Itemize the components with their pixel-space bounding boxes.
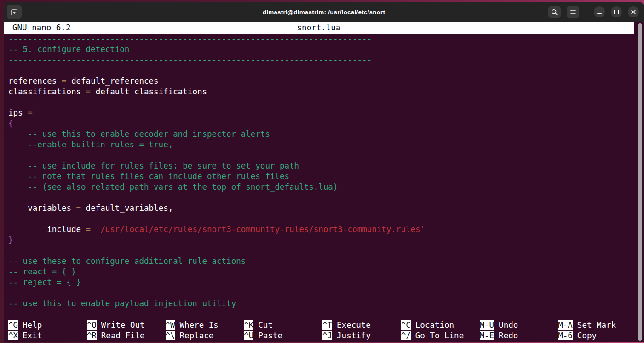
editor-line xyxy=(8,65,630,76)
shortcut-key: ^J xyxy=(322,331,332,340)
editor-line: include = '/usr/local/etc/rules/snort3-c… xyxy=(8,224,630,235)
shortcut-replace[interactable]: ^\Replace xyxy=(166,331,244,341)
shortcut-key: ^\ xyxy=(166,331,175,340)
shortcut-key: ^G xyxy=(8,320,18,330)
shortcut-location[interactable]: ^CLocation xyxy=(401,320,480,331)
shortcut-label: Copy xyxy=(577,331,597,340)
shortcut-label: Redo xyxy=(499,331,518,340)
desktop-background: dimastri@dimastrim: /usr/local/etc/snort xyxy=(0,0,644,343)
shortcut-key: ^U xyxy=(244,331,253,340)
shortcut-label: Cut xyxy=(258,320,273,330)
editor-line: --enable_builtin_rules = true, xyxy=(8,140,630,150)
editor-line xyxy=(8,192,630,203)
editor-line: ----------------------------------------… xyxy=(8,55,630,65)
menu-button[interactable] xyxy=(567,6,579,18)
search-button[interactable] xyxy=(548,6,561,18)
editor-line: variables = default_variables, xyxy=(8,203,630,214)
editor-line xyxy=(8,288,630,298)
editor-line: references = default_references xyxy=(8,76,630,87)
editor-line xyxy=(8,150,630,161)
shortcut-key: ^O xyxy=(87,320,97,330)
shortcut-key: ^X xyxy=(8,331,18,340)
nano-header-bar: GNU nano 6.2 snort.lua xyxy=(4,22,634,34)
shortcut-set-mark[interactable]: M-ASet Mark xyxy=(558,320,637,331)
maximize-button[interactable] xyxy=(611,6,622,17)
shortcut-label: Write Out xyxy=(101,320,145,330)
scrollbar[interactable] xyxy=(638,23,642,341)
shortcut-label: Replace xyxy=(180,331,214,340)
shortcut-execute[interactable]: ^TExecute xyxy=(322,320,401,331)
editor-line xyxy=(8,214,630,224)
close-icon xyxy=(631,9,636,15)
window-controls xyxy=(548,6,639,18)
shortcut-copy[interactable]: M-6Copy xyxy=(558,331,637,341)
shortcut-label: Exit xyxy=(23,331,42,340)
shortcut-key: ^K xyxy=(244,320,253,330)
shortcut-label: Location xyxy=(415,320,454,330)
editor-line: ----------------------------------------… xyxy=(8,34,630,44)
shortcut-key: ^R xyxy=(87,331,97,340)
shortcut-label: Where Is xyxy=(180,320,218,330)
editor-line: classifications = default_classification… xyxy=(8,87,630,97)
shortcut-go-to-line[interactable]: ^/Go To Line xyxy=(401,331,480,341)
shortcut-undo[interactable]: M-UUndo xyxy=(480,320,558,331)
shortcut-key: M-E xyxy=(480,331,494,340)
editor-line: -- note that rules files can include oth… xyxy=(8,171,630,182)
shortcut-where-is[interactable]: ^WWhere Is xyxy=(166,320,244,331)
editor-content[interactable]: ----------------------------------------… xyxy=(8,34,630,309)
shortcut-redo[interactable]: M-ERedo xyxy=(480,331,558,341)
shortcut-read-file[interactable]: ^RRead File xyxy=(87,331,166,341)
new-tab-button[interactable] xyxy=(7,5,22,19)
shortcut-key: ^T xyxy=(322,320,332,330)
shortcut-label: Go To Line xyxy=(415,331,464,340)
shortcut-label: Paste xyxy=(258,331,282,340)
shortcut-exit[interactable]: ^XExit xyxy=(8,331,87,341)
shortcut-label: Read File xyxy=(101,331,145,340)
editor-line xyxy=(8,245,630,256)
shortcut-key: M-U xyxy=(480,320,494,330)
editor-line: -- use this to enable decoder and inspec… xyxy=(8,129,630,140)
editor-line: -- (see also related path vars at the to… xyxy=(8,182,630,192)
shortcut-label: Execute xyxy=(337,320,371,330)
shortcut-key: M-A xyxy=(558,320,573,330)
shortcut-paste[interactable]: ^UPaste xyxy=(244,331,322,341)
maximize-icon xyxy=(614,10,619,14)
editor-line: -- 5. configure detection xyxy=(8,44,630,55)
shortcut-justify[interactable]: ^JJustify xyxy=(322,331,401,341)
hamburger-menu-icon xyxy=(570,9,576,15)
minimize-button[interactable] xyxy=(594,6,605,17)
editor-line: -- use this to enable payload injection … xyxy=(8,298,630,309)
shortcut-label: Set Mark xyxy=(577,320,616,330)
shortcut-key: ^W xyxy=(166,320,175,330)
shortcut-key: ^C xyxy=(401,320,411,330)
terminal-window: dimastri@dimastrim: /usr/local/etc/snort xyxy=(4,2,644,342)
titlebar: dimastri@dimastrim: /usr/local/etc/snort xyxy=(4,2,644,22)
search-icon xyxy=(551,9,558,16)
shortcut-label: Help xyxy=(23,320,42,330)
editor-line xyxy=(8,97,630,108)
minimize-icon xyxy=(597,13,602,14)
shortcut-key: M-6 xyxy=(558,331,573,340)
shortcut-label: Justify xyxy=(337,331,371,340)
nano-filename: snort.lua xyxy=(4,22,634,34)
shortcut-key: ^/ xyxy=(401,331,411,340)
editor-line: { xyxy=(8,118,630,129)
new-tab-icon xyxy=(11,9,18,16)
shortcut-write-out[interactable]: ^OWrite Out xyxy=(87,320,166,331)
shortcut-cut[interactable]: ^KCut xyxy=(244,320,322,331)
editor-line: -- use include for rules files; be sure … xyxy=(8,161,630,171)
editor-line: ips = xyxy=(8,108,630,118)
close-button[interactable] xyxy=(628,6,639,17)
terminal-screen[interactable]: GNU nano 6.2 snort.lua -----------------… xyxy=(4,22,644,342)
editor-line: } xyxy=(8,235,630,245)
editor-line: -- use these to configure additional rul… xyxy=(8,256,630,267)
nano-shortcut-bar: ^GHelp^XExit^OWrite Out^RRead File^WWher… xyxy=(8,320,637,341)
shortcut-label: Undo xyxy=(499,320,518,330)
editor-line: -- reject = { } xyxy=(8,277,630,288)
shortcut-help[interactable]: ^GHelp xyxy=(8,320,87,331)
editor-line: -- react = { } xyxy=(8,267,630,277)
